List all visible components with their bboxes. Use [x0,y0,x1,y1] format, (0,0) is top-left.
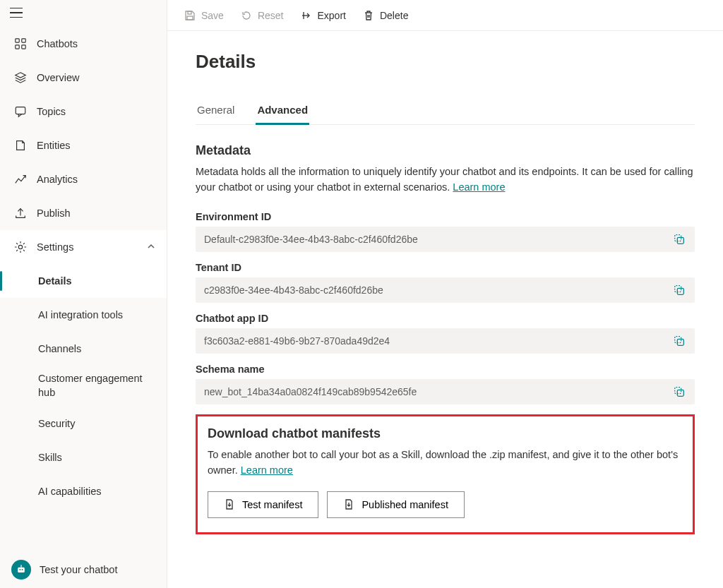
sidebar-subitem-skills[interactable]: Skills [0,440,167,474]
export-button[interactable]: Export [301,10,346,21]
page-title: Details [196,51,695,73]
main-area: Save Reset Export Delete Details General… [167,0,723,588]
sidebar-item-label: Entities [37,140,71,151]
hamburger-menu-icon[interactable] [10,4,27,21]
sidebar-subitem-details[interactable]: Details [0,264,167,298]
bot-avatar-icon [11,560,31,580]
svg-rect-1 [22,39,25,42]
svg-point-9 [20,565,22,566]
svg-point-5 [18,245,22,248]
topics-icon [14,105,27,118]
sidebar-item-label: Publish [37,208,71,219]
manifests-description: To enable another bot to call your bot a… [208,447,683,479]
sidebar-item-settings[interactable]: Settings [0,230,167,264]
download-icon [224,499,235,510]
sidebar-item-label: Chatbots [37,38,78,49]
sidebar-subitem-channels[interactable]: Channels [0,332,167,366]
sidebar-item-label: Security [38,418,75,429]
env-id-label: Environment ID [196,211,695,222]
sidebar-item-label: AI integration tools [38,309,123,320]
sidebar-item-label: AI capabilities [38,486,101,497]
tenant-id-field: c2983f0e-34ee-4b43-8abc-c2f460fd26be [196,277,695,303]
metadata-description: Metadata holds all the information to un… [196,164,695,196]
copy-app-id-button[interactable] [671,332,688,349]
svg-point-7 [19,569,20,570]
delete-button[interactable]: Delete [363,10,408,21]
sidebar-item-label: Details [38,275,72,287]
metadata-heading: Metadata [196,143,695,158]
analytics-icon [14,173,27,186]
tenant-id-value: c2983f0e-34ee-4b43-8abc-c2f460fd26be [204,284,671,296]
sidebar-item-label: Settings [37,241,73,253]
published-manifest-button[interactable]: Published manifest [327,491,465,518]
delete-icon [363,10,374,21]
svg-rect-0 [16,39,19,42]
sidebar-item-overview[interactable]: Overview [0,61,167,95]
export-icon [301,10,312,21]
copy-tenant-id-button[interactable] [671,282,688,299]
sidebar-item-entities[interactable]: Entities [0,128,167,162]
chevron-up-icon [147,241,155,253]
sidebar-item-publish[interactable]: Publish [0,196,167,230]
publish-icon [14,207,27,220]
reset-icon [241,10,252,21]
download-icon [343,499,354,510]
command-bar: Save Reset Export Delete [167,0,723,31]
test-manifest-button[interactable]: Test manifest [208,491,318,518]
sidebar-item-label: Customer engagement hub [38,372,155,400]
save-button: Save [184,10,224,21]
sidebar-item-label: Overview [37,72,79,83]
chatbots-icon [14,37,27,50]
tab-advanced[interactable]: Advanced [256,98,309,124]
schema-label: Schema name [196,364,695,375]
sidebar: Chatbots Overview Topics Entities Analyt… [0,0,167,588]
sidebar-subitem-security[interactable]: Security [0,407,167,440]
sidebar-item-chatbots[interactable]: Chatbots [0,27,167,61]
env-id-field: Default-c2983f0e-34ee-4b43-8abc-c2f460fd… [196,227,695,252]
sidebar-item-label: Channels [38,343,81,354]
manifests-learn-more-link[interactable]: Learn more [241,464,293,476]
svg-rect-4 [16,107,25,114]
sidebar-item-topics[interactable]: Topics [0,95,167,128]
sidebar-subitem-ai-capabilities[interactable]: AI capabilities [0,474,167,508]
copy-env-id-button[interactable] [671,231,688,248]
svg-point-8 [22,569,23,570]
overview-icon [14,71,27,84]
app-id-value: f3c603a2-e881-49b6-9b27-870ada49d2e4 [204,335,671,347]
app-id-label: Chatbot app ID [196,313,695,324]
svg-rect-10 [188,11,191,14]
sidebar-item-label: Topics [37,106,66,117]
sidebar-item-label: Analytics [37,174,78,185]
metadata-learn-more-link[interactable]: Learn more [453,181,505,193]
sidebar-item-analytics[interactable]: Analytics [0,162,167,196]
svg-rect-6 [18,568,25,572]
tenant-id-label: Tenant ID [196,262,695,273]
schema-value: new_bot_14ba34a0a0824f149cab89b9542e65fe [204,386,671,397]
copy-schema-button[interactable] [671,383,688,400]
svg-rect-2 [16,45,19,49]
svg-rect-11 [187,16,193,20]
test-chatbot-button[interactable]: Test your chatbot [0,551,167,588]
manifests-highlight-box: Download chatbot manifests To enable ano… [196,414,695,534]
schema-field: new_bot_14ba34a0a0824f149cab89b9542e65fe [196,379,695,404]
tabs: General Advanced [196,98,695,125]
sidebar-item-label: Skills [38,452,62,463]
env-id-value: Default-c2983f0e-34ee-4b43-8abc-c2f460fd… [204,234,671,245]
svg-rect-3 [22,45,25,49]
manifests-heading: Download chatbot manifests [208,426,683,441]
save-icon [184,10,196,21]
test-chatbot-label: Test your chatbot [40,564,117,575]
app-id-field: f3c603a2-e881-49b6-9b27-870ada49d2e4 [196,328,695,354]
sidebar-subitem-customer-engagement[interactable]: Customer engagement hub [0,366,167,407]
sidebar-subitem-ai-integration[interactable]: AI integration tools [0,298,167,332]
reset-button: Reset [241,10,284,21]
settings-icon [14,241,27,253]
tab-general[interactable]: General [196,98,236,124]
entities-icon [14,139,27,152]
